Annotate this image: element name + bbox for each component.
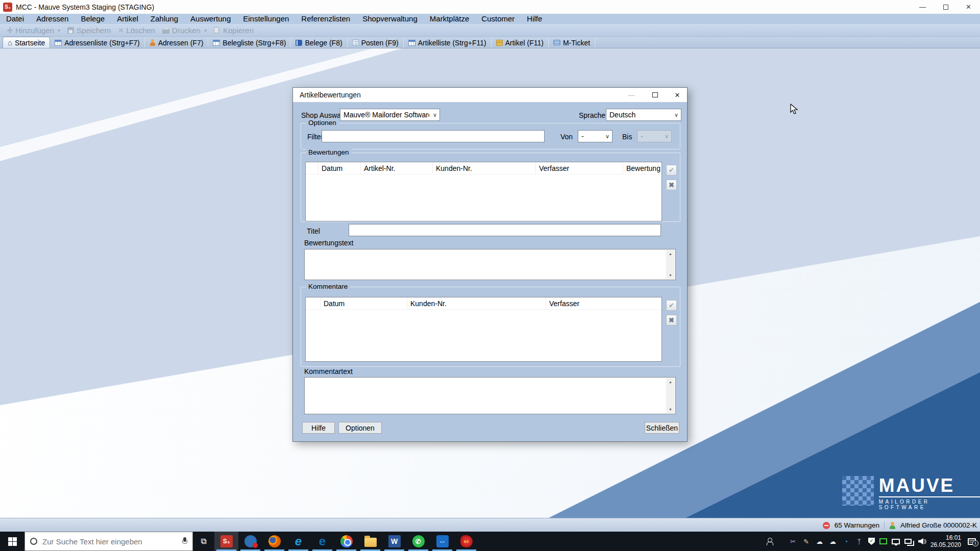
filter-input[interactable] [322,130,545,142]
options-button[interactable]: Optionen [338,422,382,434]
von-select[interactable]: - ∨ [578,130,612,142]
menu-artikel[interactable]: Artikel [111,14,144,24]
column-header-kunden-nr[interactable]: Kunden-Nr. [433,162,536,174]
taskbar-app-explorer[interactable] [358,532,382,551]
ticket-icon [553,40,560,45]
menu-marktplaetze[interactable]: Marktplätze [424,14,476,24]
column-header-bewertung[interactable]: Bewertung [623,162,662,174]
taskbar-app-chrome[interactable] [334,532,358,551]
volume-icon[interactable]: )) [918,538,926,544]
onedrive-cloud-icon[interactable]: ☁ [815,538,824,545]
bis-select[interactable]: - ∨ [637,130,672,142]
rating-text-area[interactable]: ▲ ▼ [304,249,676,280]
scroll-down-icon[interactable]: ▼ [666,406,675,413]
menu-datei[interactable]: Datei [0,14,30,24]
pen-icon[interactable]: ✎ [802,538,811,545]
print-button[interactable]: Drucken ▾ [159,24,210,36]
tab-artikelliste[interactable]: Artikelliste (Strg+F11) [404,37,492,48]
menu-customer[interactable]: Customer [475,14,521,24]
taskbar-app-whatsapp[interactable]: ✆ [406,532,430,551]
start-button[interactable] [0,532,24,551]
scroll-up-icon[interactable]: ▲ [666,378,675,386]
tab-posten[interactable]: Posten (F9) [348,37,404,48]
window-close-button[interactable]: ✕ [957,0,980,14]
comment-text-area[interactable]: ▲ ▼ [304,377,676,414]
menu-shopverwaltung[interactable]: Shopverwaltung [356,14,424,24]
scrollbar[interactable]: ▲ ▼ [666,378,675,413]
tab-m-ticket[interactable]: M-Ticket [549,37,595,48]
column-header-blank[interactable] [306,162,318,174]
current-user[interactable]: Alfried Große 0000002-K [900,521,977,529]
tab-belegliste[interactable]: Belegliste (Strg+F8) [208,37,291,48]
delete-button[interactable]: ✕ Löschen [114,24,159,36]
menu-einstellungen[interactable]: Einstellungen [237,14,295,24]
scroll-up-icon[interactable]: ▲ [666,250,675,258]
warnings-count[interactable]: 65 Warnungen [835,521,879,529]
menu-hilfe[interactable]: Hilfe [521,14,548,24]
tab-artikel[interactable]: Artikel (F11) [492,37,549,48]
taskbar-search[interactable] [24,532,193,551]
dialog-titlebar[interactable]: Artikelbewertungen — ✕ [293,88,687,102]
package-icon [496,40,503,46]
taskbar-app-word[interactable]: W [382,532,406,551]
network-icon[interactable] [904,539,912,544]
tab-adressen[interactable]: Adressen (F7) [145,37,209,48]
tab-adressenliste[interactable]: Adressenliste (Strg+F7) [50,37,144,48]
dialog-maximize-button[interactable] [647,88,663,102]
column-header-verfasser[interactable]: Verfasser [536,162,623,174]
delete-rating-button[interactable]: ✖ [666,180,677,190]
taskbar-app-teamviewer[interactable]: ⇔ [430,532,454,551]
menu-adressen[interactable]: Adressen [30,14,75,24]
capture-screen-icon[interactable] [879,538,887,544]
window-restore-button[interactable] [934,0,957,14]
column-header-datum[interactable]: Datum [321,297,407,309]
dialog-minimize-button[interactable]: — [624,88,639,102]
cloud-upload-icon[interactable]: ☁ [828,538,837,545]
column-header-datum[interactable]: Datum [318,162,361,174]
scroll-down-icon[interactable]: ▼ [666,271,675,279]
help-button[interactable]: Hilfe [302,422,335,434]
task-view-button[interactable]: ⧉ [193,532,214,551]
tab-startseite[interactable]: ⌂ Startseite [3,37,50,48]
menu-zahlung[interactable]: Zahlung [144,14,184,24]
add-button[interactable]: Hinzufügen ▾ [3,24,64,36]
titel-input[interactable] [349,224,661,236]
taskbar-app-edge[interactable]: e [310,532,334,551]
ratings-table[interactable]: Datum Artikel-Nr. Kunden-Nr. Verfasser B… [305,162,662,221]
comments-table[interactable]: Datum Kunden-Nr. Verfasser [305,297,662,362]
tab-belege[interactable]: Belege (F8) [291,37,347,48]
search-input[interactable] [42,537,177,546]
action-center-icon[interactable]: 1 [968,538,976,545]
dialog-close-button[interactable]: ✕ [670,88,685,102]
taskbar-app-internet-explorer[interactable]: e [286,532,310,551]
taskbar-clock[interactable]: 16:01 26.05.2020 [930,534,961,548]
microphone-icon[interactable] [182,537,187,545]
menu-auswertung[interactable]: Auswertung [184,14,237,24]
window-minimize-button[interactable]: — [911,0,934,14]
taskbar-app-firefox[interactable] [262,532,286,551]
taskbar-app-mcc[interactable]: S₃ [214,532,238,551]
column-header-verfasser[interactable]: Verfasser [546,297,662,309]
shop-select[interactable]: Mauve® Mailorder Software - Softwa ∨ [340,109,440,121]
save-button[interactable]: Speichern [64,24,115,36]
column-header-kunden-nr[interactable]: Kunden-Nr. [407,297,546,309]
people-icon[interactable] [767,537,777,545]
menu-referenzlisten[interactable]: Referenzlisten [295,14,356,24]
defender-shield-icon[interactable]: ✓ [868,538,875,545]
delete-comment-button[interactable]: ✖ [666,315,677,325]
approve-comment-button[interactable]: ✔ [666,300,677,311]
column-header-artikel-nr[interactable]: Artikel-Nr. [361,162,433,174]
sync-clock-icon[interactable]: ◔ [842,538,850,545]
language-select[interactable]: Deutsch ∨ [606,109,681,121]
close-button[interactable]: Schließen [645,422,679,434]
taskbar-app-game[interactable]: 64 [454,532,478,551]
onenote-clipper-icon[interactable]: ✂ [789,538,797,545]
scrollbar[interactable]: ▲ ▼ [666,250,675,279]
copy-button[interactable]: Kopieren [210,24,257,36]
approve-rating-button[interactable]: ✔ [666,165,677,176]
usb-icon[interactable]: ᛉ [855,538,864,545]
taskbar-app-remote[interactable] [238,532,262,551]
menu-belege[interactable]: Belege [75,14,111,24]
display-icon[interactable] [892,539,900,544]
column-header-blank[interactable] [306,297,321,309]
